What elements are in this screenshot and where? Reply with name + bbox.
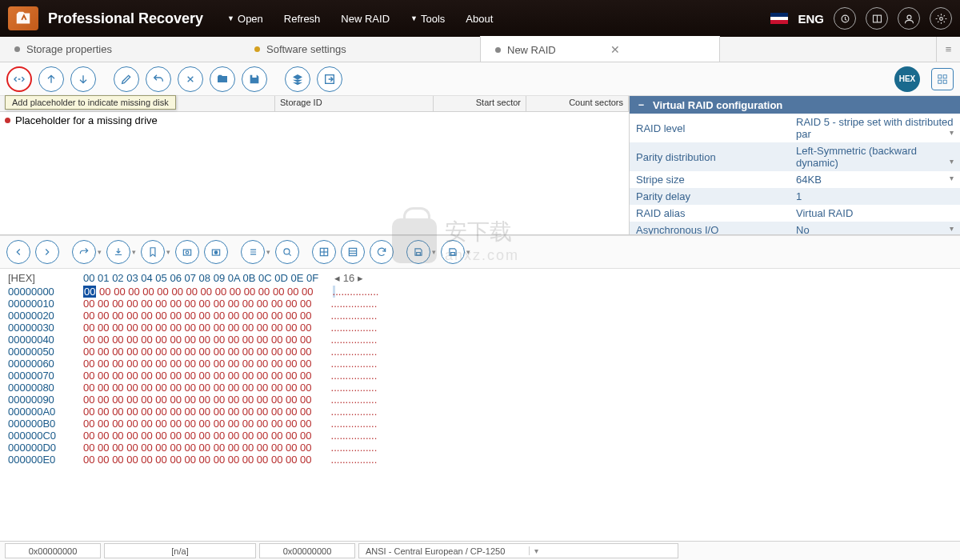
bookmark-button[interactable] (141, 240, 165, 264)
tab-software-settings[interactable]: Software settings (240, 37, 480, 62)
menu-tools[interactable]: ▼Tools (410, 13, 445, 25)
storage-panel: Storage name Storage ID Start sector Cou… (0, 96, 629, 234)
hex-toolbar: ▾ ▾ ▾ ▾ ▾ ▾ 安下载anxz.com (0, 235, 960, 269)
save-hex1-button[interactable] (406, 240, 430, 264)
record-button[interactable] (204, 240, 228, 264)
status-selection[interactable]: [n/a] (104, 543, 256, 558)
flag-icon (770, 13, 788, 24)
add-placeholder-button[interactable]: Add placeholder to indicate missing disk (6, 66, 32, 92)
capture-button[interactable] (175, 240, 199, 264)
hex-label: [HEX] (8, 272, 83, 284)
tab-new-raid[interactable]: New RAID✕ (480, 36, 720, 62)
svg-point-4 (939, 17, 942, 20)
nav-forward-button[interactable] (35, 240, 59, 264)
grid1-button[interactable] (312, 240, 336, 264)
status-encoding[interactable]: ANSI - Central European / CP-1250 (358, 543, 678, 558)
svg-rect-8 (938, 80, 942, 83)
title-bar: Professional Recovery ▼Open Refresh New … (0, 0, 960, 37)
export-button[interactable] (317, 66, 342, 92)
hex-row[interactable]: 000000C000 00 00 00 00 00 00 00 00 00 00… (0, 430, 960, 442)
hex-row[interactable]: 0000006000 00 00 00 00 00 00 00 00 00 00… (0, 358, 960, 370)
svg-rect-18 (349, 248, 356, 255)
menu-open[interactable]: ▼Open (227, 13, 263, 25)
col-start-sector[interactable]: Start sector (434, 96, 526, 111)
move-up-button[interactable] (38, 66, 64, 92)
middle-section: Storage name Storage ID Start sector Cou… (0, 96, 960, 235)
raid-config-header[interactable]: －Virtual RAID configuration (630, 96, 960, 114)
svg-point-13 (214, 251, 218, 254)
raid-config-table: RAID levelRAID 5 - stripe set with distr… (630, 114, 960, 234)
grid2-button[interactable] (341, 240, 365, 264)
svg-point-11 (186, 251, 189, 254)
language-selector[interactable]: ENG (798, 12, 824, 26)
hex-view[interactable]: [HEX] 00 01 02 03 04 05 06 07 08 09 0A 0… (0, 269, 960, 541)
hex-row[interactable]: 0000009000 00 00 00 00 00 00 00 00 00 00… (0, 394, 960, 406)
raid-toolbar: Add placeholder to indicate missing disk… (0, 62, 960, 96)
open-folder-button[interactable] (210, 66, 235, 92)
main-menu: ▼Open Refresh New RAID ▼Tools About (227, 13, 493, 25)
status-bar: 0x00000000 [n/a] 0x00000000 ANSI - Centr… (0, 541, 960, 560)
notification-icon[interactable] (834, 7, 856, 30)
svg-rect-6 (938, 74, 942, 78)
tab-bar: Storage properties Software settings New… (0, 37, 960, 62)
nav-back-button[interactable] (6, 240, 30, 264)
hex-row[interactable]: 0000002000 00 00 00 00 00 00 00 00 00 00… (0, 310, 960, 322)
hex-row[interactable]: 0000000000 00 00 00 00 00 00 00 00 00 00… (0, 286, 960, 298)
hex-row[interactable]: 0000004000 00 00 00 00 00 00 00 00 00 00… (0, 334, 960, 346)
refresh-hex-button[interactable] (370, 240, 394, 264)
raid-row[interactable]: Parity delay1 (630, 188, 960, 205)
hex-row[interactable]: 0000003000 00 00 00 00 00 00 00 00 00 00… (0, 322, 960, 334)
col-storage-id[interactable]: Storage ID (275, 96, 434, 111)
status-offset[interactable]: 0x00000000 (5, 543, 101, 558)
raid-config-panel: －Virtual RAID configuration RAID levelRA… (629, 96, 960, 234)
list-button[interactable] (241, 240, 265, 264)
user-icon[interactable] (898, 7, 920, 30)
layers-button[interactable] (285, 66, 310, 92)
delete-button[interactable] (178, 66, 203, 92)
move-down-button[interactable] (70, 66, 96, 92)
menu-refresh[interactable]: Refresh (284, 13, 321, 25)
save-button[interactable] (242, 66, 267, 92)
status-size[interactable]: 0x00000000 (259, 543, 355, 558)
raid-row[interactable]: RAID levelRAID 5 - stripe set with distr… (630, 114, 960, 142)
svg-rect-22 (451, 253, 455, 256)
save-hex2-button[interactable] (441, 240, 465, 264)
storage-row-name: Placeholder for a missing drive (15, 114, 158, 126)
raid-row[interactable]: Stripe size64KB (630, 171, 960, 188)
close-tab-icon[interactable]: ✕ (610, 43, 620, 56)
status-dot-icon (5, 118, 10, 123)
raid-row[interactable]: RAID aliasVirtual RAID (630, 205, 960, 222)
storage-row[interactable]: Placeholder for a missing drive (0, 112, 629, 128)
hex-row[interactable]: 0000008000 00 00 00 00 00 00 00 00 00 00… (0, 382, 960, 394)
hex-row[interactable]: 000000A000 00 00 00 00 00 00 00 00 00 00… (0, 406, 960, 418)
raid-row[interactable]: Asynchronous I/ONo (630, 222, 960, 234)
app-title: Professional Recovery (48, 10, 203, 27)
hex-page-nav[interactable]: ◂ 16 ▸ (334, 272, 363, 284)
grid-view-button[interactable] (931, 68, 954, 90)
search-button[interactable] (275, 240, 299, 264)
svg-rect-21 (417, 253, 421, 256)
tabs-more-icon[interactable]: ≡ (936, 37, 960, 62)
undo-button[interactable] (146, 66, 171, 92)
edit-button[interactable] (114, 66, 139, 92)
settings-icon[interactable] (930, 7, 952, 30)
hex-row[interactable]: 000000D000 00 00 00 00 00 00 00 00 00 00… (0, 442, 960, 454)
svg-rect-10 (183, 250, 190, 255)
app-logo (8, 6, 38, 30)
svg-point-3 (907, 15, 911, 19)
hex-row[interactable]: 0000007000 00 00 00 00 00 00 00 00 00 00… (0, 370, 960, 382)
download-button[interactable] (106, 240, 130, 264)
hex-row[interactable]: 0000005000 00 00 00 00 00 00 00 00 00 00… (0, 346, 960, 358)
storage-list[interactable]: Placeholder for a missing drive (0, 112, 629, 234)
hex-row[interactable]: 0000001000 00 00 00 00 00 00 00 00 00 00… (0, 298, 960, 310)
menu-new-raid[interactable]: New RAID (341, 13, 390, 25)
raid-row[interactable]: Parity distributionLeft-Symmetric (backw… (630, 142, 960, 171)
hex-badge[interactable]: HEX (894, 66, 920, 92)
layout-icon[interactable] (866, 7, 888, 30)
menu-about[interactable]: About (466, 13, 493, 25)
hex-row[interactable]: 000000B000 00 00 00 00 00 00 00 00 00 00… (0, 418, 960, 430)
tab-storage-properties[interactable]: Storage properties (0, 37, 240, 62)
hex-row[interactable]: 000000E000 00 00 00 00 00 00 00 00 00 00… (0, 454, 960, 466)
col-count-sectors[interactable]: Count sectors (526, 96, 629, 111)
redo-button[interactable] (72, 240, 96, 264)
